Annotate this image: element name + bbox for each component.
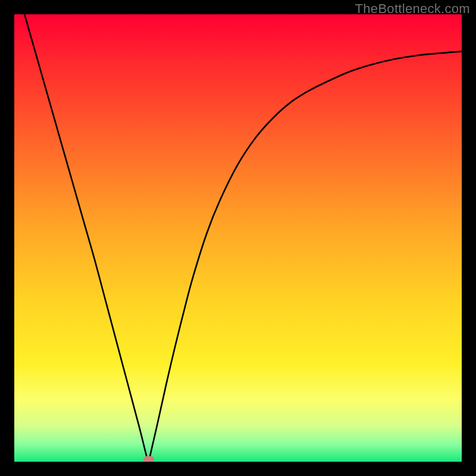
plot-area — [14, 14, 462, 462]
watermark-text: TheBottleneck.com — [355, 1, 470, 17]
optimal-point-marker — [143, 456, 154, 462]
bottleneck-curve — [14, 14, 462, 462]
chart-frame: TheBottleneck.com — [0, 0, 476, 476]
